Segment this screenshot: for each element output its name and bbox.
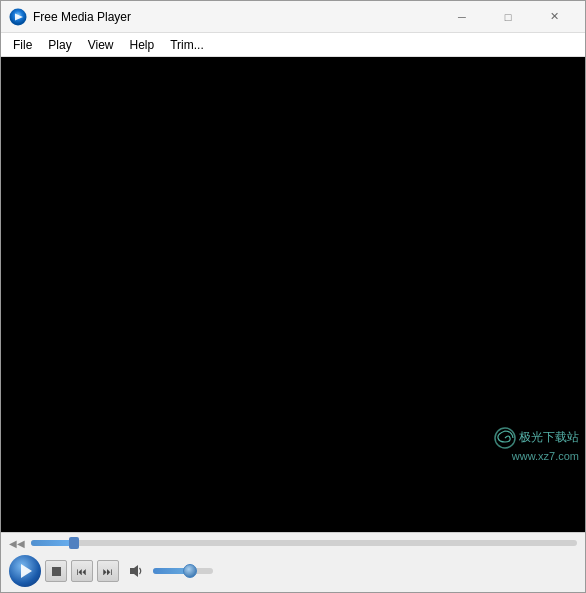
stop-icon <box>52 567 61 576</box>
menu-trim[interactable]: Trim... <box>162 33 212 57</box>
minimize-button[interactable]: ─ <box>439 1 485 33</box>
menu-file[interactable]: File <box>5 33 40 57</box>
previous-button[interactable] <box>71 560 93 582</box>
rewind-fast-icon[interactable]: ◀◀ <box>9 538 25 549</box>
maximize-button[interactable]: □ <box>485 1 531 33</box>
app-window: Free Media Player ─ □ ✕ File Play View H… <box>0 0 586 593</box>
play-button[interactable] <box>9 555 41 587</box>
next-icon <box>103 566 113 577</box>
watermark: 极光下载站 www.xz7.com <box>494 427 579 464</box>
window-controls: ─ □ ✕ <box>439 1 577 33</box>
close-button[interactable]: ✕ <box>531 1 577 33</box>
seek-bar[interactable] <box>31 540 577 546</box>
play-icon <box>21 564 32 578</box>
playback-controls <box>1 553 585 589</box>
menu-play[interactable]: Play <box>40 33 79 57</box>
title-bar: Free Media Player ─ □ ✕ <box>1 1 585 33</box>
volume-thumb <box>183 564 197 578</box>
window-title: Free Media Player <box>33 10 439 24</box>
next-button[interactable] <box>97 560 119 582</box>
watermark-url: www.xz7.com <box>494 449 579 464</box>
svg-marker-2 <box>130 565 138 577</box>
svg-point-1 <box>495 428 515 448</box>
seek-bar-fill <box>31 540 75 546</box>
menu-bar: File Play View Help Trim... <box>1 33 585 57</box>
menu-help[interactable]: Help <box>121 33 162 57</box>
stop-button[interactable] <box>45 560 67 582</box>
watermark-site: 极光下载站 <box>519 429 579 446</box>
volume-slider[interactable] <box>153 568 213 574</box>
seek-thumb <box>69 537 79 549</box>
previous-icon <box>77 566 87 577</box>
progress-row: ◀◀ <box>1 533 585 553</box>
volume-slider-fill <box>153 568 192 574</box>
menu-view[interactable]: View <box>80 33 122 57</box>
controls-area: ◀◀ <box>1 532 585 592</box>
volume-icon[interactable] <box>127 561 147 581</box>
app-icon <box>9 8 27 26</box>
video-display: 极光下载站 www.xz7.com <box>1 57 585 532</box>
